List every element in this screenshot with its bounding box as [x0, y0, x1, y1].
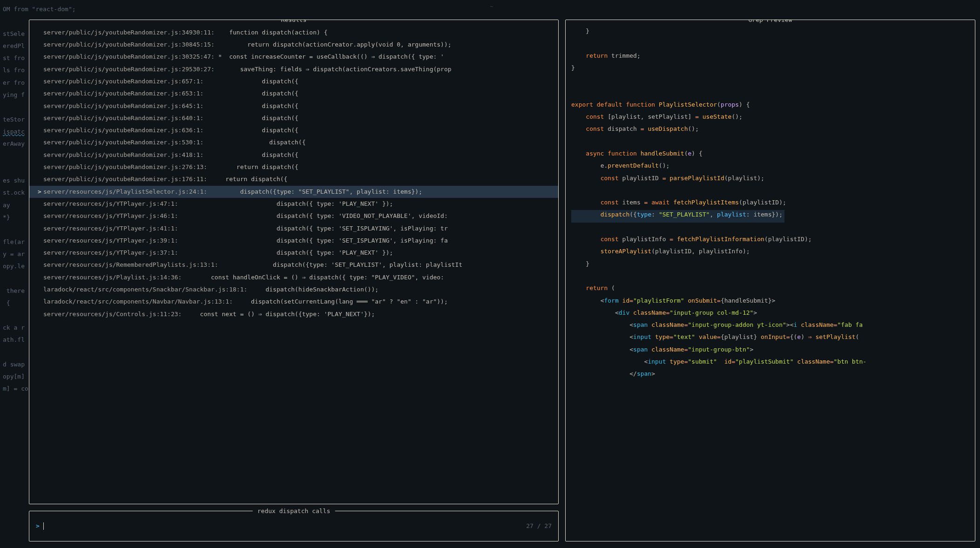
result-location: server/public/js/youtubeRandomizer.js:34… — [43, 28, 222, 38]
result-snippet: dispatch({ — [211, 89, 298, 99]
selection-caret-icon — [38, 101, 43, 111]
preview-line: return ( — [571, 284, 969, 296]
result-location: server/resources/js/YTPlayer.js:41:1: — [43, 224, 185, 234]
result-row[interactable]: laradock/react/src/components/Snackbar/S… — [29, 284, 558, 296]
selection-caret-icon — [38, 285, 43, 295]
result-location: server/public/js/youtubeRandomizer.js:65… — [43, 89, 211, 99]
result-snippet: dispatch({ — [211, 150, 298, 160]
prompt-title: redux dispatch calls — [253, 507, 335, 516]
result-row[interactable]: server/resources/js/Playlist.js:14:36: c… — [29, 271, 558, 284]
result-row[interactable]: server/public/js/youtubeRandomizer.js:34… — [29, 27, 558, 39]
preview-line: <span className="input-group-btn"> — [571, 345, 969, 357]
results-list[interactable]: server/public/js/youtubeRandomizer.js:34… — [29, 20, 558, 324]
result-row[interactable]: server/public/js/youtubeRandomizer.js:65… — [29, 75, 558, 88]
result-row[interactable]: server/resources/js/Controls.js:11:23: c… — [29, 308, 558, 320]
preview-line — [571, 75, 969, 88]
result-location: server/public/js/youtubeRandomizer.js:41… — [43, 150, 211, 160]
selection-caret-icon — [38, 89, 43, 99]
result-snippet: dispatch({type: "SET_PLAYLIST", playlist… — [215, 187, 422, 197]
result-snippet: dispatch({ type: 'PLAY_NEXT' }); — [185, 248, 393, 258]
selection-caret-icon — [38, 260, 43, 270]
result-location: server/resources/js/YTPlayer.js:46:1: — [43, 211, 185, 221]
preview-line: <form id="playlistForm" onSubmit={handle… — [571, 296, 969, 308]
preview-line: const [playlist, setPlaylist] = useState… — [571, 112, 969, 124]
result-snippet: dispatch({ — [211, 138, 306, 148]
selection-caret-icon — [38, 150, 43, 160]
result-location: server/public/js/youtubeRandomizer.js:30… — [43, 40, 222, 50]
result-location: server/public/js/youtubeRandomizer.js:64… — [43, 114, 211, 123]
result-location: server/public/js/youtubeRandomizer.js:17… — [43, 175, 215, 184]
preview-title: Grep Preview — [744, 20, 797, 25]
selection-caret-icon — [38, 273, 43, 283]
selection-caret-icon — [38, 114, 43, 123]
preview-code: } return trimmed;} export default functi… — [566, 20, 975, 386]
result-snippet: dispatch({ — [211, 77, 298, 87]
result-row[interactable]: server/resources/js/YTPlayer.js:37:1: di… — [29, 247, 558, 259]
result-row[interactable]: >server/resources/js/PlaylistSelector.js… — [29, 186, 558, 198]
result-row[interactable]: server/public/js/youtubeRandomizer.js:30… — [29, 51, 558, 63]
result-snippet: dispatch({ — [211, 126, 298, 135]
result-snippet: const increaseCounter = useCallback(() ⇒… — [222, 52, 444, 62]
selection-caret-icon — [38, 126, 43, 135]
result-row[interactable]: laradock/react/src/components/Navbar/Nav… — [29, 296, 558, 308]
result-row[interactable]: server/public/js/youtubeRandomizer.js:30… — [29, 39, 558, 51]
selection-caret-icon — [38, 162, 43, 172]
prompt-icon: > — [36, 521, 40, 531]
selection-caret-icon: > — [38, 187, 43, 197]
result-row[interactable]: server/public/js/youtubeRandomizer.js:29… — [29, 63, 558, 75]
result-location: server/public/js/youtubeRandomizer.js:64… — [43, 101, 211, 111]
preview-line: storeAPlaylist(playlistID, playlistInfo)… — [571, 247, 969, 259]
result-row[interactable]: server/resources/js/YTPlayer.js:47:1: di… — [29, 198, 558, 210]
result-location: laradock/react/src/components/Navbar/Nav… — [43, 297, 240, 307]
result-snippet: dispatch({ type: 'PLAY_NEXT' }); — [185, 199, 393, 209]
result-row[interactable]: server/public/js/youtubeRandomizer.js:53… — [29, 137, 558, 149]
results-title: Results — [277, 20, 311, 25]
search-input[interactable] — [43, 521, 44, 531]
preview-line: } — [571, 259, 969, 271]
preview-line — [571, 186, 969, 198]
result-row[interactable]: server/public/js/youtubeRandomizer.js:64… — [29, 112, 558, 124]
result-snippet: const handleOnClick = () ⇒ dispatch({ ty… — [189, 273, 444, 283]
preview-line: } — [571, 63, 969, 75]
result-snippet: return dispatch({ — [215, 162, 298, 172]
result-row[interactable]: server/public/js/youtubeRandomizer.js:27… — [29, 161, 558, 173]
preview-line: <div className="input-group col-md-12"> — [571, 308, 969, 320]
result-location: server/public/js/youtubeRandomizer.js:29… — [43, 65, 222, 74]
preview-line: <input type="submit" id="playlistSubmit"… — [571, 357, 969, 369]
result-row[interactable]: server/resources/js/YTPlayer.js:41:1: di… — [29, 223, 558, 235]
result-location: server/resources/js/RememberedPlaylists.… — [43, 260, 225, 270]
result-snippet: return dispatch({ — [215, 175, 288, 184]
result-snippet: dispatch({ — [211, 114, 298, 123]
result-location: server/resources/js/Playlist.js:14:36: — [43, 273, 189, 283]
preview-line: export default function PlaylistSelector… — [571, 100, 969, 112]
result-row[interactable]: server/resources/js/RememberedPlaylists.… — [29, 259, 558, 271]
selection-caret-icon — [38, 138, 43, 148]
result-row[interactable]: server/resources/js/YTPlayer.js:46:1: di… — [29, 210, 558, 222]
result-location: server/public/js/youtubeRandomizer.js:27… — [43, 162, 215, 172]
result-row[interactable]: server/public/js/youtubeRandomizer.js:41… — [29, 149, 558, 161]
result-snippet: dispatch(setCurrentLang(lang ═══ "ar" ? … — [240, 297, 448, 307]
selection-caret-icon — [38, 310, 43, 319]
result-row[interactable]: server/public/js/youtubeRandomizer.js:65… — [29, 88, 558, 100]
result-location: server/public/js/youtubeRandomizer.js:65… — [43, 77, 211, 87]
result-location: laradock/react/src/components/Snackbar/S… — [43, 285, 255, 295]
result-location: server/public/js/youtubeRandomizer.js:30… — [43, 52, 222, 62]
result-row[interactable]: server/public/js/youtubeRandomizer.js:63… — [29, 124, 558, 136]
result-row[interactable]: server/public/js/youtubeRandomizer.js:17… — [29, 174, 558, 186]
preview-line: <span className="input-group-addon yt-ic… — [571, 320, 969, 332]
result-location: server/public/js/youtubeRandomizer.js:63… — [43, 126, 211, 135]
selection-caret-icon — [38, 211, 43, 221]
selection-caret-icon — [38, 175, 43, 184]
result-location: server/resources/js/YTPlayer.js:47:1: — [43, 199, 185, 209]
result-row[interactable]: server/public/js/youtubeRandomizer.js:64… — [29, 100, 558, 112]
selection-caret-icon — [38, 297, 43, 307]
preview-line: dispatch({type: "SET_PLAYLIST", playlist… — [571, 210, 784, 222]
left-column: Results server/public/js/youtubeRandomiz… — [29, 20, 559, 541]
result-snippet: dispatch({ type: 'VIDEO_NOT_PLAYABLE', v… — [185, 211, 448, 221]
result-snippet: dispatch({ — [211, 101, 298, 111]
result-row[interactable]: server/resources/js/YTPlayer.js:39:1: di… — [29, 235, 558, 247]
preview-line: <input type="text" value={playlist} onIn… — [571, 332, 969, 345]
preview-panel: Grep Preview } return trimmed;} export d… — [565, 20, 975, 541]
preview-line: const dispatch = useDispatch(); — [571, 124, 969, 136]
preview-line: e.preventDefault(); — [571, 161, 969, 173]
